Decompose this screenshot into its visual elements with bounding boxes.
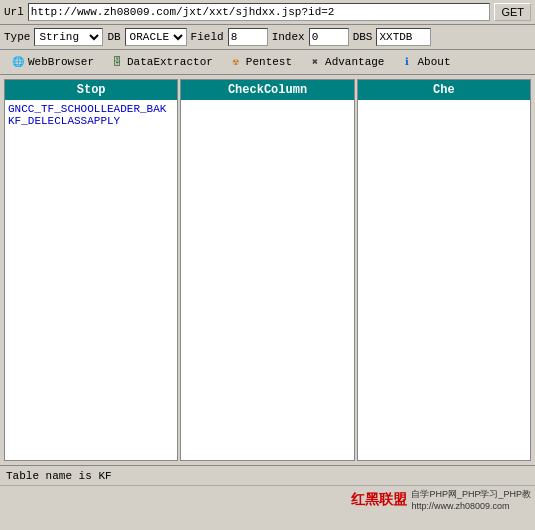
main-content: Stop GNCC_TF_SCHOOLLEADER_BAK KF_DELECLA…: [0, 75, 535, 465]
index-label: Index: [272, 31, 305, 43]
nav-about-label: About: [417, 56, 450, 68]
stop-panel: Stop GNCC_TF_SCHOOLLEADER_BAK KF_DELECLA…: [4, 79, 178, 461]
logo-text: 红黑联盟: [351, 491, 407, 509]
list-item[interactable]: GNCC_TF_SCHOOLLEADER_BAK: [8, 103, 174, 115]
che-panel-content: [358, 100, 530, 460]
globe-icon: 🌐: [11, 55, 25, 69]
db-label: DB: [107, 31, 120, 43]
nav-advantage-label: Advantage: [325, 56, 384, 68]
checkcolumn-panel-header: CheckColumn: [181, 80, 353, 100]
options-bar: Type String Integer Double DB ORACLE MYS…: [0, 25, 535, 50]
url-bar: Url GET: [0, 0, 535, 25]
checkcolumn-panel-content: [181, 100, 353, 460]
type-label: Type: [4, 31, 30, 43]
tool-icon: ✖: [308, 55, 322, 69]
db-select[interactable]: ORACLE MYSQL MSSQL: [125, 28, 187, 46]
nav-dataextractor-label: DataExtractor: [127, 56, 213, 68]
get-button[interactable]: GET: [494, 3, 531, 21]
field-input[interactable]: [228, 28, 268, 46]
list-item[interactable]: KF_DELECLASSAPPLY: [8, 115, 174, 127]
status-text: Table name is KF: [6, 470, 112, 482]
nav-pentest-label: Pentest: [246, 56, 292, 68]
nav-webbrowser-label: WebBrowser: [28, 56, 94, 68]
bottom-bar: 红黑联盟 自学PHP网_PHP学习_PHP教 http://www.zh0800…: [0, 485, 535, 513]
che-panel-header: Che: [358, 80, 530, 100]
nav-dataextractor[interactable]: 🗄 DataExtractor: [103, 52, 220, 72]
stop-panel-content: GNCC_TF_SCHOOLLEADER_BAK KF_DELECLASSAPP…: [5, 100, 177, 460]
field-label: Field: [191, 31, 224, 43]
nav-advantage[interactable]: ✖ Advantage: [301, 52, 391, 72]
nav-pentest[interactable]: ☢ Pentest: [222, 52, 299, 72]
index-input[interactable]: [309, 28, 349, 46]
nav-bar: 🌐 WebBrowser 🗄 DataExtractor ☢ Pentest ✖…: [0, 50, 535, 75]
logo-sub1: 自学PHP网_PHP学习_PHP教: [411, 488, 531, 501]
dbs-input[interactable]: [376, 28, 431, 46]
nav-webbrowser[interactable]: 🌐 WebBrowser: [4, 52, 101, 72]
logo-area: 红黑联盟 自学PHP网_PHP学习_PHP教 http://www.zh0800…: [351, 488, 531, 511]
type-select[interactable]: String Integer Double: [34, 28, 103, 46]
hazard-icon: ☢: [229, 55, 243, 69]
status-bar: Table name is KF: [0, 465, 535, 485]
dbs-label: DBS: [353, 31, 373, 43]
database-icon: 🗄: [110, 55, 124, 69]
nav-about[interactable]: ℹ About: [393, 52, 457, 72]
logo-sub2: http://www.zh08009.com: [411, 501, 531, 511]
stop-panel-header: Stop: [5, 80, 177, 100]
checkcolumn-panel: CheckColumn: [180, 79, 354, 461]
info-icon: ℹ: [400, 55, 414, 69]
url-input[interactable]: [28, 3, 491, 21]
url-label: Url: [4, 6, 24, 18]
che-panel: Che: [357, 79, 531, 461]
